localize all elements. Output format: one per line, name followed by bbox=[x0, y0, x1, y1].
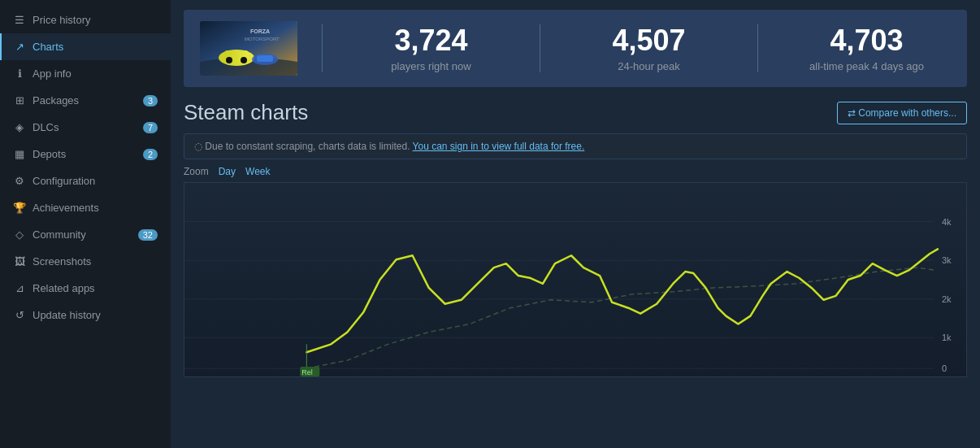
svg-text:FORZA: FORZA bbox=[250, 28, 270, 34]
sidebar-item-label: Depots bbox=[33, 148, 66, 160]
zoom-bar: Zoom Day Week bbox=[184, 166, 967, 177]
zoom-week[interactable]: Week bbox=[245, 166, 270, 177]
compare-button[interactable]: ⇄ Compare with others... bbox=[837, 102, 967, 124]
community-badge: 32 bbox=[138, 229, 158, 241]
peak-24h-value: 4,507 bbox=[565, 24, 733, 57]
svg-text:1k: 1k bbox=[942, 333, 952, 342]
sidebar-item-packages[interactable]: ⊞ Packages 3 bbox=[0, 87, 171, 114]
depots-icon: ▦ bbox=[13, 148, 26, 160]
game-thumbnail: FORZA MOTORSPORT bbox=[200, 21, 297, 76]
related-apps-icon: ⊿ bbox=[13, 282, 26, 294]
svg-text:Rel: Rel bbox=[301, 368, 313, 376]
sidebar-item-dlcs[interactable]: ◈ DLCs 7 bbox=[0, 114, 171, 141]
sidebar-item-label: Charts bbox=[33, 41, 63, 53]
charts-icon: ↗ bbox=[13, 41, 26, 53]
all-time-peak-label: all-time peak 4 days ago bbox=[783, 60, 951, 72]
charts-title: Steam charts bbox=[184, 100, 308, 125]
svg-text:0: 0 bbox=[942, 363, 947, 373]
notice-spinner: ◌ bbox=[194, 141, 205, 152]
svg-text:4k: 4k bbox=[942, 217, 952, 227]
svg-text:2k: 2k bbox=[942, 294, 952, 304]
chart-container: Rel 4k 3k 2k 1k 0 bbox=[184, 182, 967, 377]
sidebar-item-label: Screenshots bbox=[33, 255, 91, 267]
all-time-peak-block: 4,703 all-time peak 4 days ago bbox=[757, 24, 951, 72]
community-icon: ◇ bbox=[13, 228, 26, 241]
charts-section: Steam charts ⇄ Compare with others... ◌ … bbox=[184, 100, 967, 377]
zoom-label: Zoom bbox=[184, 166, 209, 177]
screenshots-icon: 🖼 bbox=[13, 255, 26, 267]
sidebar-item-screenshots[interactable]: 🖼 Screenshots bbox=[0, 248, 171, 275]
sidebar-item-related-apps[interactable]: ⊿ Related apps bbox=[0, 275, 171, 302]
svg-rect-7 bbox=[257, 55, 273, 62]
dlcs-icon: ◈ bbox=[13, 121, 26, 133]
notice-text: Due to constant scraping, charts data is… bbox=[205, 141, 410, 152]
all-time-peak-value: 4,703 bbox=[783, 24, 951, 57]
main-content: FORZA MOTORSPORT 3,724 players right now… bbox=[171, 0, 980, 448]
sidebar-item-label: Related apps bbox=[33, 282, 95, 294]
achievements-icon: 🏆 bbox=[13, 202, 26, 214]
sidebar-item-achievements[interactable]: 🏆 Achievements bbox=[0, 194, 171, 221]
sidebar-item-label: Community bbox=[33, 228, 86, 241]
charts-header: Steam charts ⇄ Compare with others... bbox=[184, 100, 967, 125]
peak-24h-label: 24-hour peak bbox=[565, 60, 733, 72]
svg-text:3k: 3k bbox=[942, 255, 952, 265]
sidebar-item-label: DLCs bbox=[33, 121, 59, 133]
update-history-icon: ↺ bbox=[13, 309, 26, 321]
packages-badge: 3 bbox=[143, 95, 158, 107]
sidebar-item-community[interactable]: ◇ Community 32 bbox=[0, 221, 171, 248]
sidebar-item-configuration[interactable]: ⚙ Configuration bbox=[0, 167, 171, 194]
sidebar-item-label: Update history bbox=[33, 309, 101, 321]
sidebar-item-label: Packages bbox=[33, 94, 79, 107]
depots-badge: 2 bbox=[143, 149, 158, 160]
svg-text:MOTORSPORT: MOTORSPORT bbox=[245, 37, 280, 41]
stats-header: FORZA MOTORSPORT 3,724 players right now… bbox=[184, 10, 967, 87]
sidebar-item-app-info[interactable]: ℹ App info bbox=[0, 60, 171, 87]
players-now-block: 3,724 players right now bbox=[322, 24, 515, 72]
sidebar-item-price-history[interactable]: ☰ Price history bbox=[0, 7, 171, 33]
players-now-label: players right now bbox=[347, 60, 515, 72]
chart-svg: Rel 4k 3k 2k 1k 0 bbox=[184, 183, 966, 376]
sidebar-item-label: App info bbox=[33, 67, 72, 80]
price-history-icon: ☰ bbox=[13, 14, 26, 26]
sidebar-item-charts[interactable]: ↗ Charts bbox=[0, 33, 171, 60]
sidebar: ☰ Price history ↗ Charts ℹ App info ⊞ Pa… bbox=[0, 0, 171, 448]
sidebar-item-update-history[interactable]: ↺ Update history bbox=[0, 302, 171, 328]
sidebar-item-label: Achievements bbox=[33, 202, 99, 214]
configuration-icon: ⚙ bbox=[13, 175, 26, 187]
packages-icon: ⊞ bbox=[13, 94, 26, 107]
notice-link[interactable]: You can sign in to view full data for fr… bbox=[413, 141, 585, 152]
app-info-icon: ℹ bbox=[13, 67, 26, 80]
sidebar-item-label: Configuration bbox=[33, 175, 95, 187]
svg-point-4 bbox=[226, 57, 232, 63]
svg-point-5 bbox=[241, 57, 247, 63]
sidebar-item-depots[interactable]: ▦ Depots 2 bbox=[0, 141, 171, 167]
peak-24h-block: 4,507 24-hour peak bbox=[540, 24, 733, 72]
sidebar-item-label: Price history bbox=[33, 14, 91, 26]
zoom-day[interactable]: Day bbox=[219, 166, 236, 177]
players-now-value: 3,724 bbox=[347, 24, 515, 57]
notice-bar: ◌ Due to constant scraping, charts data … bbox=[184, 133, 967, 159]
dlcs-badge: 7 bbox=[143, 122, 158, 133]
